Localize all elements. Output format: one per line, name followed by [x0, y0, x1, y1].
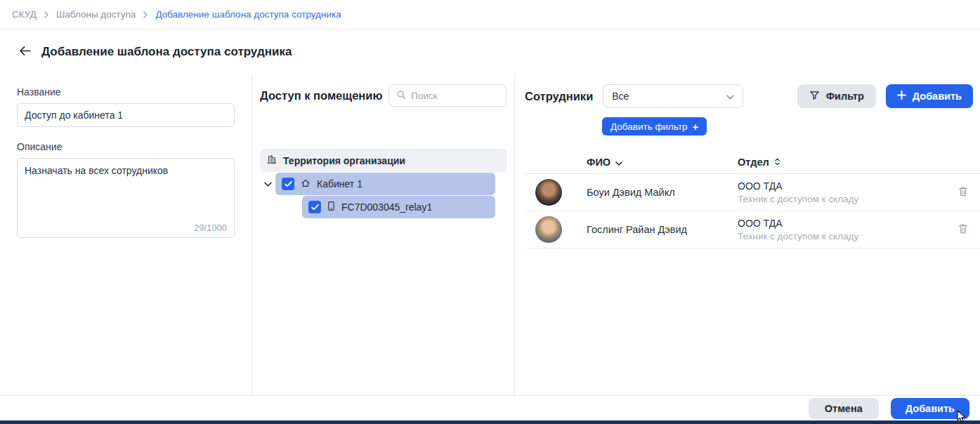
add-filter-label: Добавить фильтр: [610, 121, 688, 132]
position-name: Техник с доступом к складу: [738, 231, 946, 241]
delete-employee-button[interactable]: [946, 186, 980, 199]
app-window: СКУД Шаблоны доступа Добавление шаблона …: [0, 0, 980, 424]
tree-node-label: FC7D003045_relay1: [341, 201, 432, 213]
tree-node-relay[interactable]: FC7D003045_relay1: [302, 196, 495, 218]
add-employee-button[interactable]: Добавить: [886, 84, 973, 108]
add-filter-button[interactable]: Добавить фильтр +: [602, 117, 707, 135]
tree-row-relay: FC7D003045_relay1: [260, 196, 507, 218]
description-label: Описание: [17, 141, 235, 152]
filter-button[interactable]: Фильтр: [797, 84, 876, 108]
chevron-down-icon[interactable]: [260, 182, 275, 187]
select-value: Все: [612, 91, 629, 102]
plus-icon: +: [693, 121, 699, 133]
employee-name: Боуи Дэвид Майкл: [587, 187, 738, 198]
tree-node-cabinet[interactable]: Кабинет 1: [275, 173, 495, 195]
column-header-department[interactable]: Отдел: [738, 157, 946, 168]
arrow-left-icon: [19, 46, 31, 58]
employee-department: ООО ТДА Техник с доступом к складу: [738, 218, 946, 241]
relay-checkbox[interactable]: [308, 201, 321, 213]
column-department-label: Отдел: [738, 157, 769, 168]
table-row[interactable]: Гослинг Райан Дэвид ООО ТДА Техник с дос…: [525, 211, 980, 249]
sort-down-icon: [615, 157, 622, 168]
room-search-input[interactable]: [411, 91, 499, 101]
room-tree: Территория организации Кабинет 1: [260, 149, 507, 218]
room-access-title: Доступ к помещению: [260, 89, 383, 102]
tree-root-label: Территория организации: [283, 155, 405, 166]
chevron-right-icon: [44, 11, 48, 18]
department-name: ООО ТДА: [738, 218, 946, 229]
name-label: Название: [17, 86, 235, 98]
page-title: Добавление шаблона доступа сотрудника: [41, 45, 292, 59]
chevron-down-icon: [726, 91, 734, 102]
cancel-button[interactable]: Отмена: [809, 398, 879, 419]
room-search[interactable]: [388, 84, 507, 107]
department-name: ООО ТДА: [738, 180, 946, 192]
room-access-panel: Доступ к помещению Территория организаци…: [251, 74, 515, 395]
search-icon: [396, 90, 406, 102]
avatar: [535, 179, 562, 206]
back-button[interactable]: [19, 46, 31, 58]
employee-department: ООО ТДА Техник с доступом к складу: [738, 180, 946, 204]
page-header: Добавление шаблона доступа сотрудника: [0, 29, 980, 74]
employees-table: ФИО Отдел Боуи Дэвид М: [525, 150, 980, 249]
sort-both-icon: [774, 157, 780, 168]
employees-title: Сотрудники: [525, 90, 593, 103]
table-header: ФИО Отдел: [525, 150, 980, 174]
submit-button[interactable]: Добавить: [891, 398, 969, 419]
cabinet-checkbox[interactable]: [282, 178, 294, 190]
tree-node-label: Кабинет 1: [317, 178, 362, 190]
delete-employee-button[interactable]: [946, 223, 980, 237]
chevron-right-icon: [143, 11, 148, 18]
device-icon: [327, 201, 335, 213]
table-row[interactable]: Боуи Дэвид Майкл ООО ТДА Техник с доступ…: [525, 174, 980, 211]
name-input[interactable]: [17, 103, 235, 127]
template-form-panel: Название Описание Назначать на всех сотр…: [0, 74, 251, 395]
breadcrumb-current: Добавление шаблона доступа сотрудника: [155, 9, 341, 20]
filter-button-label: Фильтр: [826, 91, 864, 102]
avatar: [535, 216, 562, 243]
breadcrumb-skud[interactable]: СКУД: [12, 9, 37, 20]
employees-filter-select[interactable]: Все: [603, 84, 743, 108]
footer-actions: Отмена Добавить: [0, 395, 980, 420]
main-content: Название Описание Назначать на всех сотр…: [0, 74, 980, 395]
tree-row-cabinet: Кабинет 1: [260, 173, 507, 195]
char-counter: 29/1000: [194, 223, 227, 233]
column-name-label: ФИО: [587, 157, 610, 168]
plus-icon: [897, 91, 906, 102]
breadcrumb-templates[interactable]: Шаблоны доступа: [56, 9, 136, 20]
building-icon: [267, 154, 277, 166]
bottom-strip: [0, 420, 980, 424]
employee-name: Гослинг Райан Дэвид: [587, 224, 738, 235]
breadcrumb: СКУД Шаблоны доступа Добавление шаблона …: [0, 0, 980, 29]
funnel-icon: [809, 90, 820, 102]
home-icon: [301, 178, 311, 190]
position-name: Техник с доступом к складу: [738, 194, 946, 204]
column-header-name[interactable]: ФИО: [587, 157, 738, 168]
tree-root-territory[interactable]: Территория организации: [260, 149, 507, 172]
trash-icon: [958, 186, 968, 199]
add-button-label: Добавить: [913, 91, 962, 102]
trash-icon: [958, 223, 968, 237]
employees-panel: Сотрудники Все Фильтр: [515, 74, 980, 395]
